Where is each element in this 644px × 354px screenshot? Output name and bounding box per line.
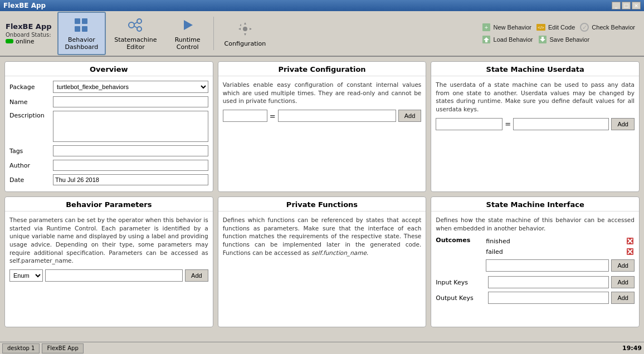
close-btn[interactable]: ×	[632, 2, 641, 9]
svg-line-8	[134, 26, 137, 28]
outcome-finished: finished	[486, 237, 635, 245]
output-keys-add-btn[interactable]: Add	[611, 292, 635, 304]
load-behavior-btn[interactable]: Load Behavior	[481, 35, 533, 45]
minimize-btn[interactable]: _	[612, 2, 621, 9]
nav-configuration[interactable]: Configuration	[217, 12, 274, 55]
title-bar-label: FlexBE App	[3, 2, 46, 9]
outcome-failed-remove[interactable]	[626, 247, 635, 256]
userdata-title: State Machine Userdata	[431, 62, 639, 76]
behavior-params-panel: Behavior Parameters These parameters can…	[4, 196, 213, 327]
private-config-title: Private Configuration	[218, 62, 426, 76]
userdata-equals: =	[505, 120, 511, 128]
userdata-value-input[interactable]	[513, 118, 609, 130]
save-behavior-icon	[538, 35, 548, 45]
private-config-input-row: = Add	[223, 110, 422, 122]
taskbar-flexbe[interactable]: FlexBE App	[42, 343, 83, 353]
enum-select[interactable]: Enum	[9, 269, 43, 282]
taskbar-desktop-label: desktop 1	[7, 345, 35, 351]
param-name-input[interactable]	[45, 269, 183, 282]
output-keys-input[interactable]	[488, 292, 609, 304]
input-keys-add-btn[interactable]: Add	[611, 276, 635, 288]
app-info: FlexBE App Onboard Status: online	[0, 20, 57, 47]
private-config-panel: Private Configuration Variables enable e…	[218, 61, 427, 192]
behavior-dashboard-icon	[72, 16, 90, 34]
userdata-description: The userdata of a state machine can be u…	[436, 81, 635, 114]
new-behavior-btn[interactable]: + New Behavior	[481, 22, 531, 32]
author-label: Author	[9, 162, 50, 169]
check-behavior-btn[interactable]: ✓ Check Behavior	[579, 22, 635, 32]
status-text: online	[16, 38, 35, 45]
statemachine-editor-icon	[126, 16, 144, 34]
private-functions-description: Defines which functions can be reference…	[223, 216, 422, 257]
userdata-body: The userdata of a state machine can be u…	[431, 76, 639, 191]
private-config-key-input[interactable]	[223, 110, 267, 122]
onboard-status: online	[6, 38, 52, 45]
behavior-params-add-btn[interactable]: Add	[185, 269, 208, 282]
check-behavior-label: Check Behavior	[592, 24, 635, 31]
svg-rect-1	[82, 18, 87, 24]
description-input[interactable]	[53, 111, 208, 142]
svg-rect-0	[75, 18, 80, 24]
maximize-btn[interactable]: □	[622, 2, 631, 9]
behavior-params-body: These parameters can be set by the opera…	[5, 212, 213, 327]
svg-text:+: +	[484, 24, 487, 31]
svg-marker-9	[184, 20, 193, 30]
private-config-add-btn[interactable]: Add	[398, 110, 422, 122]
outcome-failed-text: failed	[486, 248, 626, 255]
configuration-label: Configuration	[225, 40, 266, 47]
edit-code-label: Edit Code	[548, 24, 575, 31]
outcomes-add-btn[interactable]: Add	[611, 259, 635, 272]
taskbar: desktop 1 FlexBE App 19:49	[0, 342, 644, 354]
toolbar-row-1: + New Behavior </> Edit Code	[481, 22, 635, 32]
date-input[interactable]	[53, 174, 208, 185]
input-keys-input[interactable]	[488, 276, 609, 288]
toolbar-actions: + New Behavior </> Edit Code	[472, 18, 644, 49]
taskbar-desktop[interactable]: desktop 1	[2, 343, 40, 353]
userdata-panel: State Machine Userdata The userdata of a…	[431, 61, 640, 192]
private-functions-title: Private Functions	[218, 197, 426, 212]
onboard-label: Onboard Status:	[6, 32, 52, 38]
nav-buttons: BehaviorDashboard StatemachineEditor	[57, 11, 274, 56]
check-behavior-icon: ✓	[579, 22, 589, 32]
svg-rect-3	[82, 26, 87, 32]
svg-line-7	[134, 22, 137, 24]
userdata-add-btn[interactable]: Add	[611, 118, 635, 130]
userdata-key-input[interactable]	[436, 118, 502, 130]
nav-behavior-dashboard[interactable]: BehaviorDashboard	[57, 12, 106, 55]
nav-separator	[213, 17, 214, 50]
interface-body: Defines how the state machine of this be…	[431, 212, 639, 327]
runtime-control-icon	[179, 16, 197, 34]
date-row: Date	[9, 174, 208, 185]
svg-point-4	[129, 22, 134, 28]
outcome-failed: failed	[486, 247, 635, 256]
nav-runtime-control[interactable]: RuntimeControl	[165, 12, 210, 55]
date-label: Date	[9, 176, 50, 184]
edit-code-btn[interactable]: </> Edit Code	[536, 22, 575, 32]
outcome-new-input[interactable]	[486, 259, 609, 272]
tags-input[interactable]	[53, 145, 208, 156]
outcomes-add-row: Add	[486, 259, 635, 272]
toolbar-row-2: Load Behavior Save Behavior	[481, 35, 635, 45]
tags-label: Tags	[9, 148, 50, 155]
outcomes-list: finished failed	[486, 237, 635, 258]
input-keys-row: Input Keys Add	[436, 276, 635, 288]
private-config-value-input[interactable]	[278, 110, 396, 122]
package-select[interactable]: turtlebot_flexbe_behaviors	[53, 81, 208, 93]
edit-code-icon: </>	[536, 22, 546, 32]
load-behavior-label: Load Behavior	[494, 36, 533, 43]
new-behavior-label: New Behavior	[494, 24, 531, 31]
behavior-params-description: These parameters can be set by the opera…	[9, 216, 208, 265]
outcomes-section: Outcomes finished	[436, 237, 635, 272]
svg-point-10	[243, 27, 247, 31]
interface-title: State Machine Interface	[431, 197, 639, 212]
load-behavior-icon	[481, 35, 491, 45]
name-input[interactable]	[53, 96, 208, 107]
new-behavior-icon: +	[481, 22, 491, 32]
main-content: Overview Package turtlebot_flexbe_behavi…	[0, 57, 644, 332]
save-behavior-btn[interactable]: Save Behavior	[538, 35, 590, 45]
author-input[interactable]	[53, 160, 208, 171]
status-indicator	[6, 39, 13, 43]
outcome-finished-remove[interactable]	[626, 237, 635, 245]
svg-rect-2	[75, 26, 80, 32]
nav-statemachine-editor[interactable]: StatemachineEditor	[107, 12, 164, 55]
